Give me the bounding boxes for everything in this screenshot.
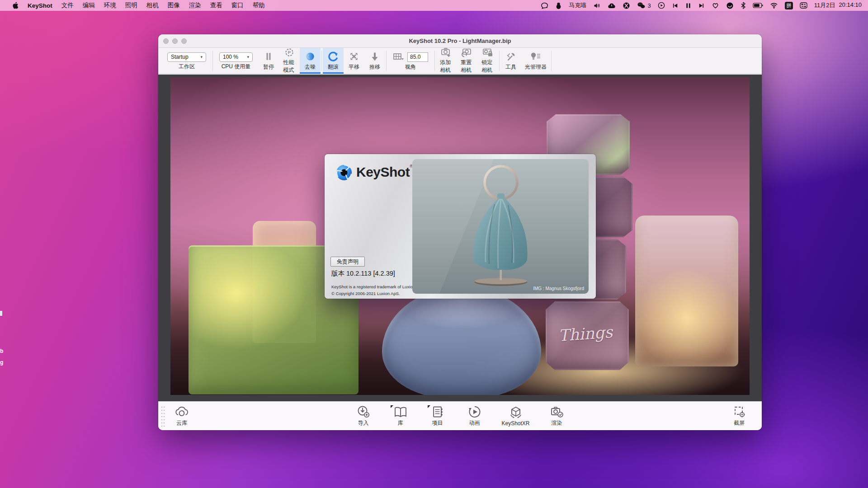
pause-render-button[interactable]: 暂停	[258, 48, 279, 74]
toolbar-separator	[434, 51, 435, 71]
menu-image[interactable]: 图像	[163, 1, 184, 9]
light-manager-icon	[530, 51, 542, 62]
workspace-label: 工作区	[179, 64, 195, 70]
cpu-usage-label: CPU 使用量	[222, 64, 251, 70]
input-source-badge[interactable]: 拼	[785, 2, 793, 9]
workspace-dropdown[interactable]: Startup	[167, 52, 206, 62]
ribbon-drag-handle[interactable]	[161, 406, 165, 427]
play-circle-icon[interactable]	[658, 1, 665, 9]
chat-bubble-icon[interactable]	[541, 1, 548, 9]
add-camera-button[interactable]: 添加相机	[436, 48, 457, 74]
legal-fineprint: KeyShot is a registered trademark of Lux…	[331, 284, 425, 297]
keyshotxr-button[interactable]: KeyShotXR	[495, 405, 536, 427]
menu-app-name[interactable]: KeyShot	[23, 2, 57, 9]
cloud-app-icon[interactable]	[608, 1, 616, 9]
cpu-usage-group: 100 % CPU 使用量	[214, 48, 258, 74]
menu-help[interactable]: 帮助	[248, 1, 269, 9]
dolly-arrow-icon	[369, 51, 380, 62]
round-app-icon[interactable]	[726, 1, 734, 9]
menubar-username[interactable]: 马克喵	[569, 1, 586, 9]
menu-file[interactable]: 文件	[57, 1, 78, 9]
toolbar-separator	[212, 51, 213, 71]
lock-camera-icon	[482, 47, 494, 57]
cloud-library-button[interactable]: 云库	[165, 405, 198, 427]
pause-media-icon[interactable]	[685, 1, 691, 9]
brand-name: KeyShot	[356, 164, 410, 179]
light-manager-button[interactable]: 光管理器	[521, 48, 550, 74]
cloud-library-icon	[174, 405, 189, 418]
qq-penguin-icon[interactable]	[555, 1, 562, 9]
denoise-button[interactable]: 去噪	[300, 48, 321, 74]
menu-window[interactable]: 窗口	[227, 1, 248, 9]
blue-glass-vessel	[382, 288, 541, 395]
toolbar-separator	[321, 51, 322, 71]
menubar-date[interactable]: 11月2日	[814, 1, 835, 9]
volume-icon[interactable]	[593, 1, 601, 9]
cpu-usage-dropdown[interactable]: 100 %	[219, 52, 253, 62]
menu-render[interactable]: 渲染	[184, 1, 206, 9]
bluetooth-icon[interactable]	[741, 1, 746, 9]
wechat-badge: 3	[647, 2, 651, 9]
splash-photo: IMG : Magnus Skogsfjord	[412, 159, 589, 294]
apple-logo-icon[interactable]	[7, 1, 23, 9]
fov-grid-icon[interactable]	[393, 52, 405, 62]
tumble-button[interactable]: 翻滚	[323, 48, 344, 74]
wifi-icon[interactable]	[770, 1, 778, 9]
about-splash-dialog: KeyShot® 10 免责声明 版本 10.2.113 [4.2.39] Ke…	[325, 154, 596, 299]
glass-block-things: Things	[546, 301, 629, 370]
window-title: KeyShot 10.2 Pro - LightManager.bip	[158, 38, 762, 44]
desktop-edge-fragment-g: g	[0, 359, 3, 366]
heart-icon[interactable]	[712, 1, 719, 9]
next-track-icon[interactable]	[698, 1, 705, 9]
wechat-icon[interactable]	[637, 1, 646, 9]
tools-button[interactable]: 工具	[500, 48, 521, 74]
menu-bar: KeyShot 文件 编辑 环境 照明 相机 图像 渲染 查看 窗口 帮助 马克…	[0, 0, 868, 11]
menu-camera[interactable]: 相机	[142, 1, 163, 9]
project-icon	[430, 405, 445, 418]
engraved-things-text: Things	[558, 323, 613, 345]
project-button[interactable]: 项目	[421, 405, 454, 427]
toolbar-separator	[551, 51, 552, 71]
animation-button[interactable]: 动画	[458, 405, 491, 427]
toolbar-separator	[386, 51, 387, 71]
import-button[interactable]: 导入	[347, 405, 380, 427]
fov-input[interactable]	[407, 52, 428, 62]
svg-text:P: P	[288, 50, 291, 55]
menu-view[interactable]: 查看	[206, 1, 227, 9]
import-icon	[356, 405, 371, 418]
keyshot-aperture-icon	[335, 164, 353, 183]
bottom-ribbon: 云库 导入 库 项目	[158, 401, 762, 430]
performance-mode-button[interactable]: P 性能模式	[279, 48, 300, 74]
fan-app-icon[interactable]	[623, 1, 630, 9]
desktop-edge-fragment-b: b	[0, 348, 3, 354]
copyright-line: © Copyright 2006-2021 Luxion ApS.	[331, 291, 425, 297]
previous-track-icon[interactable]	[672, 1, 679, 9]
library-button[interactable]: 库	[384, 405, 417, 427]
fov-group: 视角	[387, 48, 434, 74]
pan-arrows-icon	[349, 51, 359, 62]
disclaimer-button[interactable]: 免责声明	[330, 257, 365, 267]
control-center-icon[interactable]	[800, 1, 807, 9]
screenshot-button[interactable]: 截屏	[723, 405, 755, 427]
photo-credit: IMG : Magnus Skogsfjord	[533, 286, 584, 291]
render-icon	[550, 405, 564, 418]
performance-gear-icon: P	[284, 47, 295, 57]
menu-lighting[interactable]: 照明	[121, 1, 142, 9]
reset-camera-button[interactable]: 重置相机	[457, 48, 477, 74]
animation-icon	[467, 405, 482, 418]
menu-edit[interactable]: 编辑	[78, 1, 99, 9]
pan-button[interactable]: 平移	[344, 48, 364, 74]
lock-camera-button[interactable]: 锁定相机	[477, 48, 498, 74]
window-titlebar[interactable]: KeyShot 10.2 Pro - LightManager.bip	[158, 34, 762, 48]
battery-icon[interactable]	[753, 1, 763, 9]
dolly-button[interactable]: 推移	[364, 48, 385, 74]
render-button[interactable]: 渲染	[541, 405, 573, 427]
library-menu-arrow-icon	[391, 405, 393, 408]
screenshot-icon	[732, 405, 746, 418]
reset-camera-icon	[461, 47, 473, 57]
pause-icon	[264, 51, 274, 62]
library-icon	[393, 405, 408, 418]
desktop-edge-fragment	[0, 311, 2, 316]
menubar-time: 20:14:10	[839, 1, 862, 9]
menu-environment[interactable]: 环境	[99, 1, 121, 9]
